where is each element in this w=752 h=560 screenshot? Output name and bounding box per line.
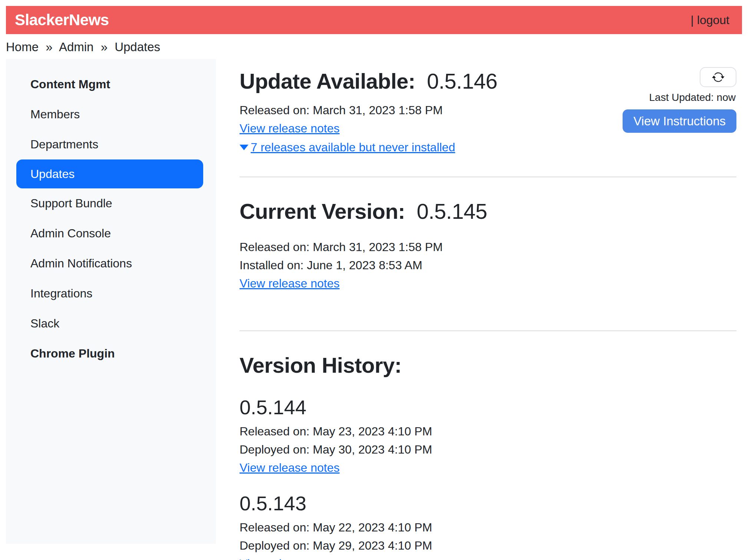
- update-controls: Last Updated: now View Instructions: [623, 67, 736, 133]
- sidebar-item-support-bundle[interactable]: Support Bundle: [6, 188, 216, 218]
- current-version-heading: Current Version: 0.5.145: [240, 199, 736, 224]
- history-version-number: 0.5.143: [240, 492, 736, 515]
- sidebar-item-updates[interactable]: Updates: [16, 159, 203, 188]
- update-available-info: Update Available: 0.5.146 Released on: M…: [240, 69, 497, 157]
- sidebar-item-departments[interactable]: Departments: [6, 129, 216, 159]
- view-release-notes-link[interactable]: View release notes: [240, 277, 340, 290]
- breadcrumb-separator: »: [101, 40, 108, 54]
- release-notes-line: View release notes: [240, 119, 497, 138]
- admin-sidebar: Content Mgmt Members Departments Updates…: [6, 59, 216, 544]
- app-brand: SlackerNews: [15, 11, 109, 29]
- update-available-section: Update Available: 0.5.146 Released on: M…: [240, 69, 736, 157]
- history-version-number: 0.5.144: [240, 396, 736, 419]
- history-deployed-on: Deployed on: May 29, 2023 4:10 PM: [240, 537, 736, 555]
- current-installed-on: Installed on: June 1, 2023 8:53 AM: [240, 256, 736, 274]
- update-available-heading: Update Available: 0.5.146: [240, 69, 497, 94]
- releases-toggle[interactable]: 7 releases available but never installed: [240, 138, 497, 157]
- breadcrumb-home[interactable]: Home: [6, 40, 39, 54]
- view-instructions-button[interactable]: View Instructions: [623, 109, 736, 133]
- update-available-version-number: 0.5.146: [427, 69, 497, 93]
- logout-link[interactable]: | logout: [691, 13, 729, 27]
- update-available-version: [421, 69, 427, 93]
- view-release-notes-link[interactable]: View release notes: [240, 461, 340, 474]
- main-content: Update Available: 0.5.146 Released on: M…: [216, 59, 752, 560]
- breadcrumb-updates: Updates: [115, 40, 160, 54]
- refresh-button[interactable]: [700, 67, 736, 87]
- version-history-entry: 0.5.144 Released on: May 23, 2023 4:10 P…: [240, 396, 736, 477]
- view-release-notes-link[interactable]: View release notes: [240, 557, 340, 560]
- app-header: SlackerNews | logout: [6, 6, 742, 34]
- release-notes-line: View release notes: [240, 274, 736, 293]
- sidebar-item-admin-console[interactable]: Admin Console: [6, 218, 216, 248]
- arrow-repeat-icon: [712, 71, 725, 83]
- current-version-number: [411, 199, 417, 223]
- breadcrumb-separator: »: [46, 40, 52, 54]
- sidebar-item-members[interactable]: Members: [6, 99, 216, 129]
- current-version-value: 0.5.145: [417, 199, 487, 223]
- divider: [240, 330, 736, 331]
- history-released-on: Released on: May 22, 2023 4:10 PM: [240, 518, 736, 537]
- breadcrumb-admin[interactable]: Admin: [59, 40, 94, 54]
- current-released-on: Released on: March 31, 2023 1:58 PM: [240, 238, 736, 256]
- release-notes-line: View release notes: [240, 459, 736, 477]
- update-released-on: Released on: March 31, 2023 1:58 PM: [240, 101, 497, 119]
- release-notes-line: View release notes: [240, 555, 736, 560]
- breadcrumb: Home » Admin » Updates: [6, 40, 752, 54]
- releases-toggle-link[interactable]: 7 releases available but never installed: [251, 138, 455, 157]
- sidebar-item-slack[interactable]: Slack: [6, 309, 216, 339]
- sidebar-item-chrome-plugin[interactable]: Chrome Plugin: [6, 339, 216, 369]
- version-history-heading: Version History:: [240, 353, 736, 378]
- sidebar-item-content-mgmt[interactable]: Content Mgmt: [6, 69, 216, 99]
- page-layout: Content Mgmt Members Departments Updates…: [6, 59, 752, 560]
- history-released-on: Released on: May 23, 2023 4:10 PM: [240, 422, 736, 441]
- sidebar-item-integrations[interactable]: Integrations: [6, 279, 216, 309]
- update-available-label: Update Available:: [240, 69, 415, 93]
- version-history-entry: 0.5.143 Released on: May 22, 2023 4:10 P…: [240, 492, 736, 560]
- last-updated-status: Last Updated: now: [649, 92, 736, 103]
- view-release-notes-link[interactable]: View release notes: [240, 122, 340, 135]
- version-history-section: Version History: 0.5.144 Released on: Ma…: [240, 353, 736, 560]
- history-deployed-on: Deployed on: May 30, 2023 4:10 PM: [240, 441, 736, 459]
- caret-down-icon: [240, 145, 248, 150]
- current-version-section: Current Version: 0.5.145 Released on: Ma…: [240, 199, 736, 293]
- current-version-label: Current Version:: [240, 199, 405, 223]
- divider: [240, 177, 736, 177]
- sidebar-item-admin-notifications[interactable]: Admin Notifications: [6, 248, 216, 279]
